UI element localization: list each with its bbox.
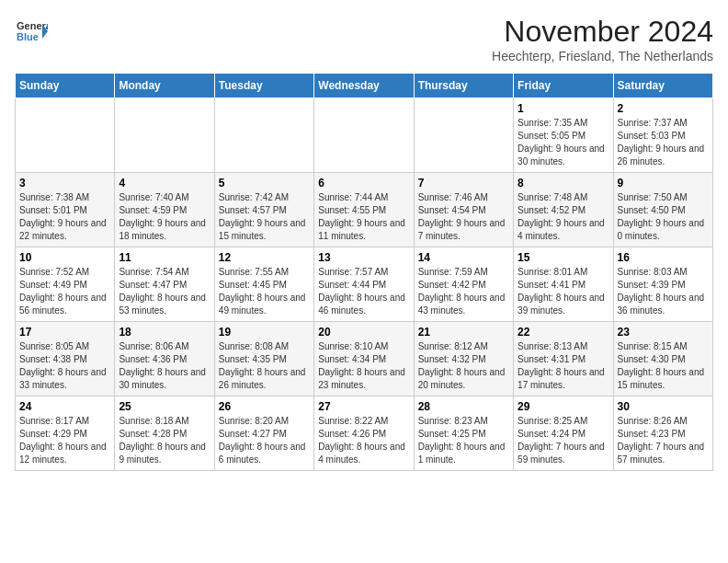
- day-info: Sunrise: 7:46 AM Sunset: 4:54 PM Dayligh…: [418, 191, 509, 243]
- weekday-header: Saturday: [613, 74, 712, 98]
- calendar-cell: 16Sunrise: 8:03 AM Sunset: 4:39 PM Dayli…: [613, 247, 712, 322]
- day-info: Sunrise: 8:25 AM Sunset: 4:24 PM Dayligh…: [518, 415, 609, 466]
- day-info: Sunrise: 7:42 AM Sunset: 4:57 PM Dayligh…: [219, 191, 310, 243]
- calendar-week-row: 1Sunrise: 7:35 AM Sunset: 5:05 PM Daylig…: [16, 98, 713, 173]
- day-number: 18: [119, 326, 210, 339]
- month-title: November 2024: [492, 15, 713, 49]
- calendar-cell: 8Sunrise: 7:48 AM Sunset: 4:52 PM Daylig…: [514, 173, 613, 247]
- day-info: Sunrise: 7:50 AM Sunset: 4:50 PM Dayligh…: [618, 191, 709, 243]
- calendar-week-row: 17Sunrise: 8:05 AM Sunset: 4:38 PM Dayli…: [16, 322, 713, 396]
- day-number: 13: [318, 251, 409, 264]
- day-info: Sunrise: 8:10 AM Sunset: 4:34 PM Dayligh…: [318, 340, 409, 392]
- day-number: 17: [19, 326, 110, 339]
- calendar-cell: 28Sunrise: 8:23 AM Sunset: 4:25 PM Dayli…: [414, 396, 513, 471]
- calendar-cell: 23Sunrise: 8:15 AM Sunset: 4:30 PM Dayli…: [613, 322, 712, 396]
- day-number: 22: [518, 326, 609, 339]
- day-number: 12: [219, 251, 310, 264]
- day-info: Sunrise: 8:20 AM Sunset: 4:27 PM Dayligh…: [219, 415, 310, 466]
- weekday-header: Friday: [514, 74, 613, 98]
- weekday-header: Sunday: [16, 74, 115, 98]
- calendar-week-row: 3Sunrise: 7:38 AM Sunset: 5:01 PM Daylig…: [16, 173, 713, 247]
- calendar-week-row: 10Sunrise: 7:52 AM Sunset: 4:49 PM Dayli…: [16, 247, 713, 322]
- calendar-table: SundayMondayTuesdayWednesdayThursdayFrid…: [15, 73, 713, 471]
- day-number: 28: [418, 400, 509, 413]
- calendar-cell: 24Sunrise: 8:17 AM Sunset: 4:29 PM Dayli…: [16, 396, 115, 471]
- calendar-cell: 10Sunrise: 7:52 AM Sunset: 4:49 PM Dayli…: [16, 247, 115, 322]
- day-number: 15: [518, 251, 609, 264]
- day-number: 21: [418, 326, 509, 339]
- logo: General Blue: [15, 15, 48, 48]
- calendar-cell: 6Sunrise: 7:44 AM Sunset: 4:55 PM Daylig…: [314, 173, 414, 247]
- day-number: 9: [618, 177, 709, 190]
- day-info: Sunrise: 8:08 AM Sunset: 4:35 PM Dayligh…: [219, 340, 310, 392]
- calendar-cell: 2Sunrise: 7:37 AM Sunset: 5:03 PM Daylig…: [613, 98, 712, 173]
- calendar-cell: 1Sunrise: 7:35 AM Sunset: 5:05 PM Daylig…: [514, 98, 613, 173]
- calendar-cell: 27Sunrise: 8:22 AM Sunset: 4:26 PM Dayli…: [314, 396, 414, 471]
- day-number: 19: [219, 326, 310, 339]
- day-number: 14: [418, 251, 509, 264]
- day-info: Sunrise: 8:12 AM Sunset: 4:32 PM Dayligh…: [418, 340, 509, 392]
- day-info: Sunrise: 8:03 AM Sunset: 4:39 PM Dayligh…: [618, 266, 709, 317]
- calendar-cell: 17Sunrise: 8:05 AM Sunset: 4:38 PM Dayli…: [16, 322, 115, 396]
- svg-text:Blue: Blue: [17, 31, 39, 42]
- logo-icon: General Blue: [15, 15, 48, 48]
- day-number: 27: [318, 400, 409, 413]
- day-info: Sunrise: 7:57 AM Sunset: 4:44 PM Dayligh…: [318, 266, 409, 317]
- calendar-cell: 15Sunrise: 8:01 AM Sunset: 4:41 PM Dayli…: [514, 247, 613, 322]
- calendar-cell: 26Sunrise: 8:20 AM Sunset: 4:27 PM Dayli…: [214, 396, 313, 471]
- day-info: Sunrise: 8:26 AM Sunset: 4:23 PM Dayligh…: [618, 415, 709, 466]
- calendar-cell: 9Sunrise: 7:50 AM Sunset: 4:50 PM Daylig…: [613, 173, 712, 247]
- calendar-cell: 25Sunrise: 8:18 AM Sunset: 4:28 PM Dayli…: [115, 396, 214, 471]
- page-header: General Blue November 2024 Heechterp, Fr…: [15, 15, 713, 63]
- day-info: Sunrise: 8:23 AM Sunset: 4:25 PM Dayligh…: [418, 415, 509, 466]
- weekday-header: Monday: [115, 74, 214, 98]
- calendar-cell: 7Sunrise: 7:46 AM Sunset: 4:54 PM Daylig…: [414, 173, 513, 247]
- calendar-cell: [115, 98, 214, 173]
- day-number: 26: [219, 400, 310, 413]
- calendar-cell: 14Sunrise: 7:59 AM Sunset: 4:42 PM Dayli…: [414, 247, 513, 322]
- day-number: 7: [418, 177, 509, 190]
- day-number: 11: [119, 251, 210, 264]
- calendar-week-row: 24Sunrise: 8:17 AM Sunset: 4:29 PM Dayli…: [16, 396, 713, 471]
- calendar-cell: [214, 98, 313, 173]
- weekday-header: Tuesday: [214, 74, 313, 98]
- day-number: 6: [318, 177, 409, 190]
- calendar-cell: 18Sunrise: 8:06 AM Sunset: 4:36 PM Dayli…: [115, 322, 214, 396]
- calendar-cell: 3Sunrise: 7:38 AM Sunset: 5:01 PM Daylig…: [16, 173, 115, 247]
- title-block: November 2024 Heechterp, Friesland, The …: [492, 15, 713, 63]
- day-info: Sunrise: 8:13 AM Sunset: 4:31 PM Dayligh…: [518, 340, 609, 392]
- calendar-cell: 13Sunrise: 7:57 AM Sunset: 4:44 PM Dayli…: [314, 247, 414, 322]
- weekday-header: Wednesday: [314, 74, 414, 98]
- day-number: 30: [618, 400, 709, 413]
- day-info: Sunrise: 7:59 AM Sunset: 4:42 PM Dayligh…: [418, 266, 509, 317]
- day-number: 1: [518, 102, 609, 115]
- day-number: 4: [119, 177, 210, 190]
- weekday-header-row: SundayMondayTuesdayWednesdayThursdayFrid…: [16, 74, 713, 98]
- calendar-cell: [16, 98, 115, 173]
- calendar-cell: 19Sunrise: 8:08 AM Sunset: 4:35 PM Dayli…: [214, 322, 313, 396]
- day-number: 16: [618, 251, 709, 264]
- day-info: Sunrise: 7:35 AM Sunset: 5:05 PM Dayligh…: [518, 117, 609, 168]
- day-info: Sunrise: 7:38 AM Sunset: 5:01 PM Dayligh…: [19, 191, 110, 243]
- calendar-cell: 22Sunrise: 8:13 AM Sunset: 4:31 PM Dayli…: [514, 322, 613, 396]
- calendar-cell: 5Sunrise: 7:42 AM Sunset: 4:57 PM Daylig…: [214, 173, 313, 247]
- day-number: 25: [119, 400, 210, 413]
- day-info: Sunrise: 7:48 AM Sunset: 4:52 PM Dayligh…: [518, 191, 609, 243]
- day-info: Sunrise: 7:55 AM Sunset: 4:45 PM Dayligh…: [219, 266, 310, 317]
- calendar-cell: 29Sunrise: 8:25 AM Sunset: 4:24 PM Dayli…: [514, 396, 613, 471]
- calendar-cell: 20Sunrise: 8:10 AM Sunset: 4:34 PM Dayli…: [314, 322, 414, 396]
- day-info: Sunrise: 8:22 AM Sunset: 4:26 PM Dayligh…: [318, 415, 409, 466]
- location-subtitle: Heechterp, Friesland, The Netherlands: [492, 49, 713, 63]
- calendar-cell: 12Sunrise: 7:55 AM Sunset: 4:45 PM Dayli…: [214, 247, 313, 322]
- day-info: Sunrise: 7:52 AM Sunset: 4:49 PM Dayligh…: [19, 266, 110, 317]
- day-info: Sunrise: 8:18 AM Sunset: 4:28 PM Dayligh…: [119, 415, 210, 466]
- day-info: Sunrise: 7:54 AM Sunset: 4:47 PM Dayligh…: [119, 266, 210, 317]
- day-number: 8: [518, 177, 609, 190]
- calendar-cell: 4Sunrise: 7:40 AM Sunset: 4:59 PM Daylig…: [115, 173, 214, 247]
- day-number: 5: [219, 177, 310, 190]
- day-number: 24: [19, 400, 110, 413]
- day-info: Sunrise: 8:05 AM Sunset: 4:38 PM Dayligh…: [19, 340, 110, 392]
- day-info: Sunrise: 8:17 AM Sunset: 4:29 PM Dayligh…: [19, 415, 110, 466]
- calendar-cell: [414, 98, 513, 173]
- weekday-header: Thursday: [414, 74, 513, 98]
